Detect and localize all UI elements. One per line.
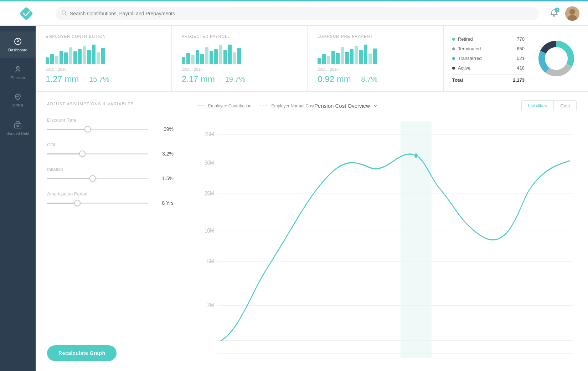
mini-bars-0 (46, 43, 161, 64)
main-content: EMPLOYER CONTRIBUTION 2015 - 2016 1.27 m… (36, 26, 588, 371)
svg-point-5 (569, 9, 575, 15)
slider-track-2[interactable] (47, 178, 148, 179)
tab-cost[interactable]: Cost (554, 101, 576, 111)
assumptions-title: ADJUST ASSUMPTIONS & VARIABLES (47, 102, 174, 106)
stats-row: EMPLOYER CONTRIBUTION 2015 - 2016 1.27 m… (36, 26, 588, 92)
mini-bar (46, 57, 49, 64)
svg-rect-14 (17, 125, 19, 127)
search-input[interactable] (70, 11, 533, 16)
stat-pct-2: 8.7% (361, 75, 377, 83)
legend-dot (452, 57, 455, 60)
mini-bar (60, 51, 63, 64)
mini-bar (50, 54, 54, 64)
avatar[interactable] (565, 6, 579, 21)
slider-label-3: Amortization Period (47, 191, 174, 197)
slider-track-3[interactable] (47, 203, 148, 204)
mini-bar (327, 56, 330, 64)
legend-item-count: 418 (517, 65, 525, 71)
mini-bar (196, 50, 199, 64)
slider-track-1[interactable] (47, 153, 148, 154)
sidebar-item-bonded-debt[interactable]: Bonded Debt (0, 115, 36, 141)
opeb-icon (14, 93, 22, 101)
mini-bar (83, 46, 86, 64)
logo (9, 6, 44, 21)
stat-year-0: 2015 - 2016 (46, 67, 161, 71)
legend-line-employer (260, 106, 268, 106)
notification-bell[interactable]: 7 (550, 9, 558, 18)
svg-point-3 (553, 15, 555, 16)
donut-segment (540, 41, 556, 54)
legend-item-count: 650 (517, 46, 525, 51)
legend-total-value: 2,173 (513, 77, 525, 83)
svg-point-8 (17, 41, 19, 42)
legend-total-label: Total (452, 77, 463, 83)
legend-item-label: Transferred (458, 56, 482, 61)
chart-title-area: Pension Cost Overview (314, 103, 378, 109)
mini-bar (373, 49, 377, 64)
mini-bar (322, 54, 326, 64)
legend-item-count: 770 (517, 36, 525, 42)
search-icon (61, 10, 67, 17)
mini-bar (64, 52, 68, 64)
mini-bar (69, 47, 72, 64)
donut-segment (546, 64, 572, 76)
mini-bar (182, 57, 185, 64)
mini-bar (237, 48, 241, 64)
mini-bar (219, 45, 222, 64)
stat-year-2: 2015 - 2016 (318, 67, 433, 71)
chart-title: Pension Cost Overview (314, 103, 370, 109)
stat-label-2: LUMPSUM PRE-PAYMENT (318, 34, 433, 39)
recalculate-button[interactable]: Recalculate Graph (47, 345, 117, 361)
app-body: Dashboard Pension OPEB Bonded Debt (0, 26, 588, 371)
search-bar[interactable] (56, 7, 539, 20)
assumptions-panel: ADJUST ASSUMPTIONS & VARIABLES Discount … (36, 92, 185, 371)
stat-card-lumpsum: LUMPSUM PRE-PAYMENT 2015 - 2016 0.92 mm … (308, 26, 444, 91)
donut-chart (533, 35, 579, 82)
stat-label-1: PROJECTED PAYROLL (182, 34, 298, 39)
slider-label-2: Inflation (47, 167, 174, 172)
chevron-down-icon[interactable] (373, 103, 378, 109)
slider-row-0: 09% (47, 126, 174, 132)
mini-bar (336, 53, 340, 64)
stat-card-employer-contribution: EMPLOYER CONTRIBUTION 2015 - 2016 1.27 m… (36, 26, 172, 91)
legend-item-count: 521 (517, 56, 525, 61)
chart-tabs: Liabilities Cost (521, 100, 577, 111)
svg-rect-0 (19, 6, 33, 21)
slider-group-inflation: Inflation 1.5% (47, 167, 174, 181)
svg-text:10M: 10M (205, 227, 214, 234)
slider-value-3: 8 Yrs (154, 200, 174, 206)
slider-label-0: Discount Rate (47, 117, 174, 123)
slider-track-0[interactable] (47, 129, 148, 130)
mini-bar (78, 49, 82, 64)
mini-bar (55, 56, 58, 64)
mini-bar (210, 51, 213, 64)
svg-line-10 (19, 40, 20, 41)
stat-card-projected-payroll: PROJECTED PAYROLL 2015 - 2016 2.17 mm | … (172, 26, 308, 91)
stat-pct-1: 19.7% (225, 75, 246, 83)
mini-bar (205, 47, 208, 64)
mini-bar (73, 51, 77, 64)
slider-group-amort: Amortization Period 8 Yrs (47, 191, 174, 206)
svg-line-2 (65, 14, 67, 15)
chart-legend-employee: Employee Contribution (197, 103, 251, 108)
mini-bar (186, 53, 190, 64)
legend-total-row: Total 2,173 (452, 74, 525, 83)
mini-bar (101, 48, 105, 64)
donut-segment (538, 51, 550, 73)
svg-point-29 (414, 153, 418, 158)
mini-bar (318, 58, 321, 64)
sidebar-item-opeb[interactable]: OPEB (0, 87, 36, 113)
legend-label-employee: Employee Contribution (208, 103, 251, 108)
svg-text:25M: 25M (205, 190, 214, 197)
chart-area: 75M 50M 25M 10M 5M 2M (197, 117, 577, 362)
slider-value-1: 3.2% (154, 151, 174, 157)
tab-liabilities[interactable]: Liabilities (522, 101, 554, 111)
topbar: 7 (0, 1, 588, 26)
sidebar-item-dashboard[interactable]: Dashboard (0, 31, 36, 58)
mini-bar (345, 52, 349, 64)
stat-main-0: 1.27 mm (46, 74, 79, 84)
sidebar-item-pension[interactable]: Pension (0, 59, 36, 86)
slider-value-0: 09% (154, 126, 174, 132)
mini-bar (223, 50, 227, 64)
stat-label-0: EMPLOYER CONTRIBUTION (46, 34, 161, 39)
